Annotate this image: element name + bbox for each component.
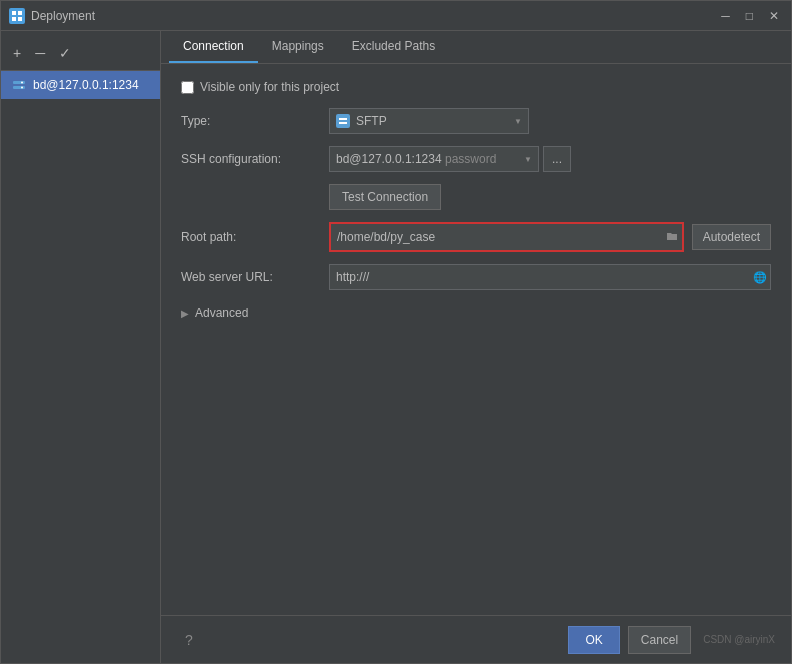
web-server-input-wrapper: 🌐 bbox=[329, 264, 771, 290]
tab-mappings[interactable]: Mappings bbox=[258, 31, 338, 63]
title-bar: Deployment ─ □ ✕ bbox=[1, 1, 791, 31]
svg-rect-3 bbox=[18, 17, 22, 21]
sidebar: + ─ ✓ bd@127.0.0.1:1234 bbox=[1, 31, 161, 663]
main-area: Connection Mappings Excluded Paths Visib… bbox=[161, 31, 791, 663]
visible-only-label: Visible only for this project bbox=[200, 80, 339, 94]
bottom-bar: ? OK Cancel CSDN @airyinX bbox=[161, 615, 791, 663]
web-server-url-input[interactable] bbox=[329, 264, 771, 290]
root-path-input-wrapper bbox=[329, 222, 684, 252]
remove-server-button[interactable]: ─ bbox=[31, 43, 49, 63]
tab-connection[interactable]: Connection bbox=[169, 31, 258, 63]
type-label: Type: bbox=[181, 114, 321, 128]
svg-rect-5 bbox=[13, 86, 25, 89]
window-title: Deployment bbox=[31, 9, 95, 23]
root-path-folder-button[interactable] bbox=[664, 229, 680, 245]
check-button[interactable]: ✓ bbox=[55, 43, 75, 63]
tab-excluded-paths[interactable]: Excluded Paths bbox=[338, 31, 449, 63]
ssh-config-inputs: bd@127.0.0.1:1234 password ▼ ... bbox=[329, 146, 571, 172]
type-dropdown[interactable]: SFTP ▼ bbox=[329, 108, 529, 134]
server-icon bbox=[11, 77, 27, 93]
svg-rect-2 bbox=[12, 17, 16, 21]
root-path-label: Root path: bbox=[181, 230, 321, 244]
test-connection-row: Test Connection bbox=[181, 184, 771, 210]
sidebar-toolbar: + ─ ✓ bbox=[1, 35, 160, 71]
content-area: + ─ ✓ bd@127.0.0.1:1234 bbox=[1, 31, 791, 663]
web-server-row: Web server URL: 🌐 bbox=[181, 264, 771, 290]
test-connection-button[interactable]: Test Connection bbox=[329, 184, 441, 210]
type-dropdown-chevron: ▼ bbox=[514, 117, 522, 126]
ssh-config-row: SSH configuration: bd@127.0.0.1:1234 pas… bbox=[181, 146, 771, 172]
visible-only-row: Visible only for this project bbox=[181, 80, 771, 94]
root-path-input[interactable] bbox=[331, 224, 682, 250]
sftp-icon bbox=[336, 114, 350, 128]
visible-only-checkbox[interactable] bbox=[181, 81, 194, 94]
title-bar-left: Deployment bbox=[9, 8, 95, 24]
close-button[interactable]: ✕ bbox=[765, 7, 783, 25]
app-icon bbox=[9, 8, 25, 24]
web-server-url-label: Web server URL: bbox=[181, 270, 321, 284]
svg-point-6 bbox=[21, 82, 23, 84]
ssh-config-more-button[interactable]: ... bbox=[543, 146, 571, 172]
autodetect-button[interactable]: Autodetect bbox=[692, 224, 771, 250]
svg-rect-8 bbox=[339, 118, 347, 120]
maximize-button[interactable]: □ bbox=[742, 7, 757, 25]
ssh-dropdown-chevron: ▼ bbox=[524, 155, 532, 164]
svg-rect-0 bbox=[12, 11, 16, 15]
cancel-button[interactable]: Cancel bbox=[628, 626, 691, 654]
sftp-option: SFTP bbox=[336, 114, 387, 128]
deployment-window: Deployment ─ □ ✕ + ─ ✓ bbox=[0, 0, 792, 664]
watermark: CSDN @airyinX bbox=[703, 634, 775, 645]
ssh-config-value-wrapper: bd@127.0.0.1:1234 password bbox=[336, 152, 496, 166]
help-icon[interactable]: ? bbox=[177, 632, 201, 648]
web-globe-icon[interactable]: 🌐 bbox=[753, 271, 767, 284]
advanced-row[interactable]: ▶ Advanced bbox=[181, 302, 771, 324]
svg-rect-9 bbox=[339, 122, 347, 124]
root-path-row: Root path: Autodetect bbox=[181, 222, 771, 252]
tab-content-connection: Visible only for this project Type: bbox=[161, 64, 791, 615]
sidebar-item-label: bd@127.0.0.1:1234 bbox=[33, 78, 139, 92]
svg-rect-1 bbox=[18, 11, 22, 15]
minimize-button[interactable]: ─ bbox=[717, 7, 734, 25]
ssh-config-label: SSH configuration: bbox=[181, 152, 321, 166]
window-controls: ─ □ ✕ bbox=[717, 7, 783, 25]
add-server-button[interactable]: + bbox=[9, 43, 25, 63]
advanced-chevron-icon: ▶ bbox=[181, 308, 189, 319]
type-value: SFTP bbox=[356, 114, 387, 128]
ssh-config-dropdown[interactable]: bd@127.0.0.1:1234 password ▼ bbox=[329, 146, 539, 172]
sidebar-item-bd-server[interactable]: bd@127.0.0.1:1234 bbox=[1, 71, 160, 99]
svg-point-7 bbox=[21, 87, 23, 89]
ssh-config-value: bd@127.0.0.1:1234 bbox=[336, 152, 442, 166]
ok-button[interactable]: OK bbox=[568, 626, 619, 654]
type-row: Type: SFTP ▼ bbox=[181, 108, 771, 134]
tabs: Connection Mappings Excluded Paths bbox=[161, 31, 791, 64]
svg-rect-4 bbox=[13, 81, 25, 84]
ssh-config-auth: password bbox=[445, 152, 496, 166]
advanced-label: Advanced bbox=[195, 306, 248, 320]
